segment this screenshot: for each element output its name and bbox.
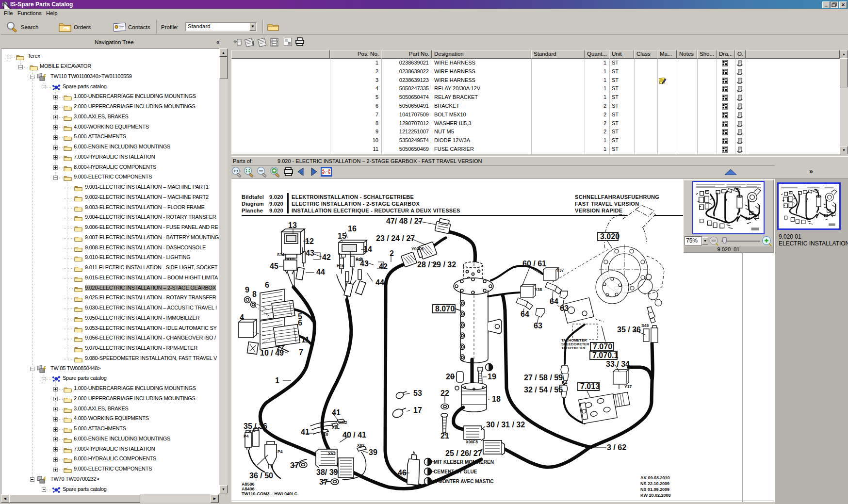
svg-text:14: 14 (363, 245, 372, 253)
svg-text:42: 42 (322, 253, 331, 261)
svg-text:B4: B4 (562, 380, 567, 385)
svg-text:A8586: A8586 (242, 482, 255, 487)
svg-text:Y17: Y17 (624, 384, 632, 389)
svg-text:22: 22 (440, 389, 449, 397)
svg-text:3.020: 3.020 (600, 232, 620, 241)
svg-text:MIT KLEBER MONTIEREN: MIT KLEBER MONTIEREN (434, 459, 494, 465)
svg-text:41: 41 (332, 408, 341, 417)
svg-text:AK 09.03.2010: AK 09.03.2010 (640, 475, 670, 480)
svg-text:8: 8 (252, 290, 257, 298)
svg-text:ELEKTROINSTALLATION - SCHALTGE: ELEKTROINSTALLATION - SCHALTGETRIEBE (292, 194, 414, 200)
svg-text:44: 44 (375, 278, 384, 287)
svg-text:53: 53 (413, 389, 422, 397)
svg-text:9.020: 9.020 (269, 201, 283, 207)
svg-text:NS 01.09.2009: NS 01.09.2009 (640, 487, 669, 492)
svg-text:7.070: 7.070 (593, 342, 612, 351)
svg-text:6: 6 (298, 319, 302, 327)
svg-text:X82: X82 (357, 443, 364, 448)
svg-text:32 / 54 / 55: 32 / 54 / 55 (524, 386, 563, 394)
svg-text:4: 4 (240, 313, 244, 322)
svg-text:43: 43 (306, 249, 314, 257)
svg-text:30 / 31 / 32: 30 / 31 / 32 (486, 421, 525, 429)
svg-text:1:1: 1:1 (233, 169, 238, 173)
svg-text:64: 64 (521, 310, 529, 318)
svg-text:15: 15 (338, 232, 346, 240)
svg-text:Y00F6: Y00F6 (411, 246, 424, 251)
svg-text:7.013: 7.013 (580, 382, 600, 390)
svg-text:NS 22.10.2009: NS 22.10.2009 (640, 481, 669, 486)
svg-text:37: 37 (319, 478, 328, 486)
svg-text:8.070: 8.070 (435, 305, 455, 313)
svg-text:28 / 29 / 32: 28 / 29 / 32 (417, 260, 456, 269)
svg-text:X8: X8 (323, 432, 328, 437)
svg-text:37: 37 (290, 461, 299, 470)
svg-text:7.070.1: 7.070.1 (592, 351, 618, 359)
svg-text:41: 41 (301, 428, 310, 436)
svg-text:47/ 48 / 27: 47/ 48 / 27 (386, 217, 423, 225)
svg-text:23 / 24 / 27: 23 / 24 / 27 (376, 234, 415, 243)
svg-text:60 / 61: 60 / 61 (522, 260, 546, 268)
svg-text:INSTALLATION ELECTRIQUE - REDU: INSTALLATION ELECTRIQUE - REDUCTEUR A DE… (292, 208, 460, 213)
svg-text:A MONTER AVEC MASTIC: A MONTER AVEC MASTIC (434, 479, 494, 484)
svg-text:SCHNELLFAHRAUSFUEHRUNG: SCHNELLFAHRAUSFUEHRUNG (575, 194, 659, 200)
svg-text:42: 42 (379, 262, 388, 271)
svg-text:11: 11 (301, 336, 310, 344)
svg-text:39: 39 (369, 448, 377, 456)
svg-text:12: 12 (305, 237, 314, 245)
svg-text:63: 63 (534, 322, 542, 330)
svg-text:46: 46 (398, 469, 407, 477)
svg-text:Diagram: Diagram (242, 201, 264, 207)
svg-text:6: 6 (265, 281, 269, 289)
svg-text:19: 19 (488, 373, 496, 381)
svg-text:S45: S45 (641, 323, 649, 328)
svg-text:16: 16 (348, 225, 357, 233)
svg-text:7: 7 (299, 348, 303, 357)
svg-text:27 / 58 / 59: 27 / 58 / 59 (524, 374, 563, 382)
svg-text:P4: P4 (254, 426, 260, 431)
svg-text:9.020: 9.020 (269, 194, 283, 200)
svg-text:63: 63 (560, 304, 569, 312)
svg-text:ELECTRIC INSTALLATION - 2-STAG: ELECTRIC INSTALLATION - 2-STAGE GEARBOX (292, 201, 420, 207)
svg-text:VERSION RAPIDE: VERSION RAPIDE (575, 208, 622, 213)
svg-text:P4: P4 (244, 434, 249, 439)
svg-text:2: 2 (390, 249, 394, 258)
svg-text:Y37: Y37 (556, 268, 564, 273)
svg-text:Bildtafel: Bildtafel (242, 194, 264, 200)
svg-text:9: 9 (245, 286, 249, 294)
svg-text:KW 20.02.2008: KW 20.02.2008 (640, 493, 671, 498)
svg-text:XM2: XM2 (339, 420, 347, 425)
svg-text:i: i (252, 40, 254, 47)
svg-text:S14: S14 (277, 252, 284, 257)
svg-text:45: 45 (270, 262, 278, 270)
svg-text:21: 21 (440, 432, 449, 440)
svg-text:H16: H16 (337, 263, 344, 268)
svg-text:Planche: Planche (242, 208, 263, 213)
svg-text:XV2: XV2 (328, 451, 336, 456)
svg-text:X00F8: X00F8 (466, 439, 478, 444)
svg-text:36 / 50: 36 / 50 (249, 471, 273, 480)
svg-text:P4: P4 (277, 449, 283, 454)
svg-text:25 / 26/ 27: 25 / 26/ 27 (445, 449, 482, 457)
svg-text:40 / 41: 40 / 41 (342, 431, 366, 439)
svg-text:44: 44 (316, 268, 325, 276)
svg-text:X8L: X8L (332, 425, 340, 430)
svg-text:A8406: A8406 (242, 487, 255, 491)
svg-text:38/ 39: 38/ 39 (316, 468, 338, 476)
svg-text:Y38: Y38 (535, 287, 542, 292)
svg-text:1: 1 (275, 376, 279, 385)
svg-text:33 / 34: 33 / 34 (606, 360, 630, 368)
svg-text:10 / 49: 10 / 49 (260, 349, 284, 357)
svg-text:TW110-COM3 – HWL040LC: TW110-COM3 – HWL040LC (242, 491, 298, 496)
svg-text:17: 17 (413, 406, 422, 414)
svg-text:9.020: 9.020 (269, 208, 283, 213)
svg-text:3 / 62: 3 / 62 (607, 443, 626, 452)
svg-text:FAST TRAVEL VERSION: FAST TRAVEL VERSION (575, 201, 639, 207)
svg-text:13: 13 (288, 221, 297, 229)
svg-text:18: 18 (492, 395, 501, 403)
svg-text:20: 20 (446, 373, 455, 381)
svg-text:35 / 36: 35 / 36 (617, 325, 641, 334)
svg-text:H15: H15 (356, 257, 363, 262)
svg-text:TACHYMETRE: TACHYMETRE (561, 346, 587, 350)
svg-text:64: 64 (550, 297, 558, 306)
svg-text:CEMENT BY GLUE: CEMENT BY GLUE (434, 469, 477, 474)
